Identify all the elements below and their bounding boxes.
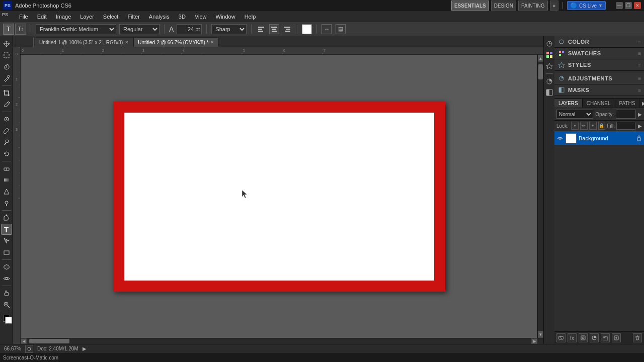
more-workspace-btn[interactable]: » [550,1,559,11]
layer-new-btn[interactable] [612,333,621,342]
layer-item-background[interactable]: Background [554,131,644,145]
tab-1-close[interactable]: ✕ [210,40,214,45]
status-zoom-btn[interactable] [25,345,33,353]
painting-btn[interactable]: PAINTING [518,1,547,11]
menu-3d[interactable]: 3D [175,13,190,21]
essentials-btn[interactable]: ESSENTIALS [451,1,489,11]
swatches-panel-header[interactable]: SWATCHES ≡ [554,48,644,59]
history-brush-btn[interactable] [1,148,12,159]
menu-layer[interactable]: Layer [76,13,98,21]
layers-tab-channel[interactable]: CHANNEL [583,99,615,108]
warp-text-btn[interactable]: ⌢ [321,24,332,34]
dodge-btn[interactable] [1,198,12,209]
styles-panel-header[interactable]: STYLES ≡ [554,59,644,70]
menu-select[interactable]: Select [99,13,123,21]
scroll-thumb-v[interactable] [538,64,543,79]
scroll-right-btn[interactable]: ▶ [531,338,537,344]
layer-fx-btn[interactable]: fx [568,333,577,342]
3d-btn[interactable] [1,261,12,273]
crop-tool-btn[interactable] [1,87,12,99]
layer-link-btn[interactable] [556,333,566,342]
font-family-select[interactable]: Franklin Gothic Medium [36,24,116,34]
scroll-left-btn[interactable]: ◀ [21,338,27,344]
fill-input[interactable]: 100% [616,122,635,130]
zoom-btn[interactable] [1,299,12,310]
layers-tab-layers[interactable]: LAYERS [554,99,583,108]
magic-wand-btn[interactable] [1,73,12,84]
adjustments-panel-icon-btn[interactable] [545,77,554,86]
scroll-down-btn[interactable]: ▼ [538,331,543,338]
fill-arrow[interactable]: ▶ [638,123,642,129]
menu-file[interactable]: File [15,13,32,21]
font-style-select[interactable]: Regular [119,24,159,34]
text-color-swatch[interactable] [302,24,312,34]
background-color[interactable] [5,317,12,324]
masks-panel-icon-btn[interactable] [545,88,554,97]
shape-btn[interactable] [1,247,12,258]
layer-delete-btn[interactable] [633,333,642,342]
align-center-btn[interactable] [269,24,279,34]
styles-panel-icon-btn[interactable] [545,61,554,70]
lock-transparent-btn[interactable]: ▪ [571,122,579,130]
menu-window[interactable]: Window [212,13,239,21]
masks-panel-expand[interactable]: ≡ [638,87,641,93]
scroll-up-btn[interactable]: ▲ [538,55,543,62]
masks-panel-header[interactable]: MASKS ≡ [554,84,644,96]
type-tool-icon[interactable]: T [3,24,14,35]
cs-live-btn[interactable]: 🔵 CS Live ▼ [567,1,606,10]
opacity-input[interactable]: 100% [616,110,636,119]
layer-group-btn[interactable] [601,333,610,342]
font-size-input[interactable] [177,24,202,34]
eraser-btn[interactable] [1,163,12,174]
layer-vis-eye[interactable] [556,135,564,142]
healing-brush-btn[interactable] [1,114,12,125]
menu-image[interactable]: Image [52,13,75,21]
tab-1[interactable]: Untitled-2 @ 66.7% (CMYK/8) * ✕ [133,37,219,47]
pen-btn[interactable] [1,212,12,223]
design-btn[interactable]: DESIGN [491,1,516,11]
status-arrow[interactable]: ▶ [83,346,87,351]
menu-analysis[interactable]: Analysis [145,13,174,21]
clone-stamp-btn[interactable] [1,137,12,148]
path-selection-btn[interactable] [1,235,12,246]
adjustments-panel-expand[interactable]: ≡ [638,76,641,81]
text-orientation-btn[interactable]: T↕ [15,24,26,35]
menu-edit[interactable]: Edit [33,13,51,21]
brush-btn[interactable] [1,125,12,136]
color-swatches[interactable] [1,315,12,326]
tab-0-close[interactable]: ✕ [125,40,129,45]
swatches-panel-expand[interactable]: ≡ [638,51,641,56]
close-btn[interactable]: ✕ [634,2,641,9]
minimize-btn[interactable]: — [616,2,623,9]
color-panel-expand[interactable]: ≡ [638,39,641,45]
align-left-btn[interactable] [256,24,266,34]
hand-btn[interactable] [1,288,12,299]
align-right-btn[interactable] [282,24,292,34]
layers-tabs-expand[interactable]: ▶◀ [639,99,644,108]
selection-tool-btn[interactable] [1,50,12,61]
char-panel-btn[interactable]: ▤ [336,24,346,34]
lasso-tool-btn[interactable] [1,61,12,72]
restore-btn[interactable]: ❐ [625,2,632,9]
lock-position-btn[interactable]: + [589,122,597,130]
styles-panel-expand[interactable]: ≡ [638,62,641,68]
lock-all-btn[interactable]: 🔒 [598,122,606,130]
lock-image-btn[interactable]: ✏ [580,122,588,130]
layers-tab-paths[interactable]: PATHS [615,99,640,108]
menu-help[interactable]: Help [240,13,260,21]
menu-view[interactable]: View [191,13,211,21]
tab-0[interactable]: Untitled-1 @ 100% (3.5" x 2", RGB/8) ✕ [35,37,133,47]
antialias-select[interactable]: Sharp [211,24,247,34]
color-panel-header[interactable]: COLOR ≡ [554,36,644,47]
gradient-btn[interactable] [1,174,12,186]
eyedropper-btn[interactable] [1,99,12,110]
scroll-thumb-h[interactable] [29,339,69,343]
layer-mask-btn[interactable] [579,333,588,342]
canvas-area[interactable] [21,55,537,338]
blur-btn[interactable] [1,186,12,197]
move-tool-btn[interactable] [1,38,12,49]
eye-btn[interactable] [1,273,12,284]
vertical-scrollbar[interactable]: ▲ ▼ [537,55,543,338]
horizontal-scrollbar[interactable]: ◀ ▶ [21,338,543,344]
opacity-arrow[interactable]: ▶ [638,112,642,117]
